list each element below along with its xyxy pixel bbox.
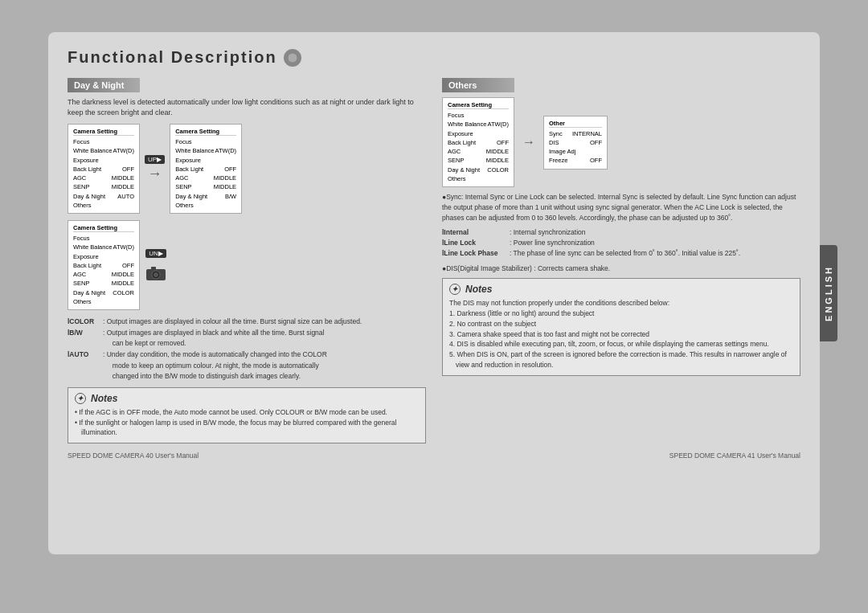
camera-box-row: Back LightOFF [175, 165, 236, 174]
camera-box-row: Back LightOFF [73, 165, 134, 174]
camera-box-row: Day & NightCOLOR [73, 288, 134, 297]
notes-title-right: ✦ Notes [449, 284, 793, 295]
page-footer: SPEED DOME CAMERA 40 User's Manual SPEED… [68, 452, 800, 460]
notes-label-right: Notes [465, 284, 492, 295]
content-columns: Day & Night The darkness level is detect… [68, 78, 800, 443]
camera-box-row: SENPMIDDLE [73, 279, 134, 288]
others-arrow: → [519, 135, 538, 149]
sync-items: lInternal : Internal synchronization lLi… [442, 227, 800, 258]
notes-title-left: ✦ Notes [75, 393, 419, 404]
camera-box-row: Focus [73, 234, 134, 243]
camera-box-row: Focus [448, 111, 509, 120]
camera-box-row: SyncINTERNAL [549, 129, 602, 138]
tab-label: ENGLISH [824, 265, 833, 321]
up-label: UP▶ [145, 155, 165, 164]
camera-box-row: AGCMIDDLE [175, 174, 236, 182]
notes-r-2: 2. No contrast on the subject [449, 319, 793, 329]
others-header: Others [442, 78, 514, 92]
camera-box-row: Day & NightCOLOR [448, 166, 509, 174]
camera-box-row: Focus [73, 137, 134, 146]
camera-box-row: SENPMIDDLE [448, 156, 509, 165]
camera-box-row: Exposure [175, 156, 236, 165]
camera-box-row: Day & NightAUTO [73, 192, 134, 201]
notes-r-5: 5. When DIS is ON, part of the screen is… [449, 349, 793, 370]
camera-box-row: Exposure [73, 156, 134, 165]
camera-box-row: Exposure [73, 252, 134, 261]
camera-box-row: Others [175, 201, 236, 210]
notes-icon-left: ✦ [75, 393, 86, 404]
camera-box-row: White BalanceATW(D) [448, 120, 509, 129]
camera-boxes-row2: Camera Setting Focus White BalanceATW(D)… [68, 220, 426, 310]
camera-box-row: White BalanceATW(D) [73, 146, 134, 155]
camera-box-row: White BalanceATW(D) [175, 146, 236, 155]
dis-info: ●DIS(Digital Image Stabilizer) : Correct… [442, 264, 800, 274]
notes-item-2: • If the sunlight or halogen lamp is use… [75, 418, 419, 439]
camera-boxes-row1: Camera Setting Focus White BalanceATW(D)… [68, 124, 426, 214]
camera-box-row: AGCMIDDLE [73, 270, 134, 279]
notes-intro: The DIS may not function properly under … [449, 298, 793, 309]
page-title: Functional Description [68, 48, 800, 67]
notes-r-4: 4. DIS is disabled while executing pan, … [449, 339, 793, 349]
legend-auto: lAUTO : Under day condition, the mode is… [68, 349, 426, 382]
camera-box-row: Others [73, 201, 134, 210]
left-column: Day & Night The darkness level is detect… [68, 78, 426, 443]
footer-left: SPEED DOME CAMERA 40 User's Manual [68, 452, 199, 460]
camera-box-row: Exposure [448, 129, 509, 138]
others-camera-box: Camera Setting Focus White BalanceATW(D)… [442, 97, 514, 187]
camera-box-row: DISOFF [549, 138, 602, 147]
sync-linelock: lLine Lock : Power line synchronization [442, 238, 800, 248]
camera-box-1-title: Camera Setting [73, 128, 134, 136]
notes-r-1: 1. Darkness (little or no light) around … [449, 309, 793, 319]
legend-color: lCOLOR : Output images are displayed in … [68, 317, 426, 328]
title-icon [284, 49, 301, 67]
camera-box-row: Image Adj [549, 147, 602, 156]
day-night-description: The darkness level is detected automatic… [68, 97, 426, 117]
camera-box-2: Camera Setting Focus White BalanceATW(D)… [170, 124, 242, 214]
sync-internal: lInternal : Internal synchronization [442, 227, 800, 238]
others-detail-box: Other SyncINTERNAL DISOFF Image Adj Free… [543, 116, 608, 170]
notes-r-3: 3. Camera shake speed that is too fast a… [449, 329, 793, 340]
camera-box-row: FreezeOFF [549, 156, 602, 165]
camera-box-row: Back LightOFF [448, 138, 509, 147]
dis-desc: ●DIS(Digital Image Stabilizer) : Correct… [442, 264, 800, 274]
others-camera-box-title: Camera Setting [448, 101, 509, 109]
camera-box-3-title: Camera Setting [73, 224, 134, 232]
camera-box-row: Others [73, 297, 134, 306]
footer-right: SPEED DOME CAMERA 41 User's Manual [669, 452, 800, 460]
notes-item-1: • If the AGC is in OFF mode, the Auto mo… [75, 407, 419, 418]
camera-box-1: Camera Setting Focus White BalanceATW(D)… [68, 124, 140, 214]
day-night-header: Day & Night [68, 78, 140, 92]
title-text: Functional Description [68, 48, 277, 67]
svg-point-0 [288, 53, 297, 63]
svg-point-3 [154, 272, 158, 277]
legend: lCOLOR : Output images are displayed in … [68, 317, 426, 382]
notes-label-left: Notes [91, 393, 117, 404]
camera-box-row: SENPMIDDLE [73, 182, 134, 191]
camera-box-row: Others [448, 174, 509, 183]
right-column: Others Camera Setting Focus White Balanc… [442, 78, 800, 443]
notes-box-left: ✦ Notes • If the AGC is in OFF mode, the… [68, 387, 426, 443]
legend-bw: lB/W : Output images are displayed in bl… [68, 328, 426, 349]
camera-box-row: SENPMIDDLE [175, 182, 236, 191]
others-boxes: Camera Setting Focus White BalanceATW(D)… [442, 97, 800, 187]
up-label-2: UN▶ [145, 249, 166, 258]
camera-box-2-title: Camera Setting [175, 128, 236, 136]
arrow-1: UP▶ → [145, 155, 165, 182]
page-container: ENGLISH Functional Description Day & Nig… [48, 32, 820, 554]
english-tab: ENGLISH [820, 245, 837, 341]
camera-box-row: Back LightOFF [73, 261, 134, 270]
sync-desc: ●Sync: Internal Sync or Line Lock can be… [442, 192, 800, 223]
svg-rect-4 [151, 267, 156, 270]
notes-icon-right: ✦ [449, 284, 461, 295]
notes-content-right: The DIS may not function properly under … [449, 298, 793, 370]
others-detail-title: Other [549, 120, 602, 128]
camera-box-row: Focus [175, 137, 236, 146]
notes-box-right: ✦ Notes The DIS may not function properl… [442, 278, 800, 375]
camera-box-3: Camera Setting Focus White BalanceATW(D)… [68, 220, 140, 310]
camera-box-row: AGCMIDDLE [448, 147, 509, 156]
notes-content-left: • If the AGC is in OFF mode, the Auto mo… [75, 407, 419, 438]
camera-box-row: White BalanceATW(D) [73, 243, 134, 251]
camera-box-row: AGCMIDDLE [73, 174, 134, 182]
arrow-2: UN▶ [145, 249, 167, 282]
sync-linelock-phase: lLine Lock Phase : The phase of line syn… [442, 248, 800, 259]
